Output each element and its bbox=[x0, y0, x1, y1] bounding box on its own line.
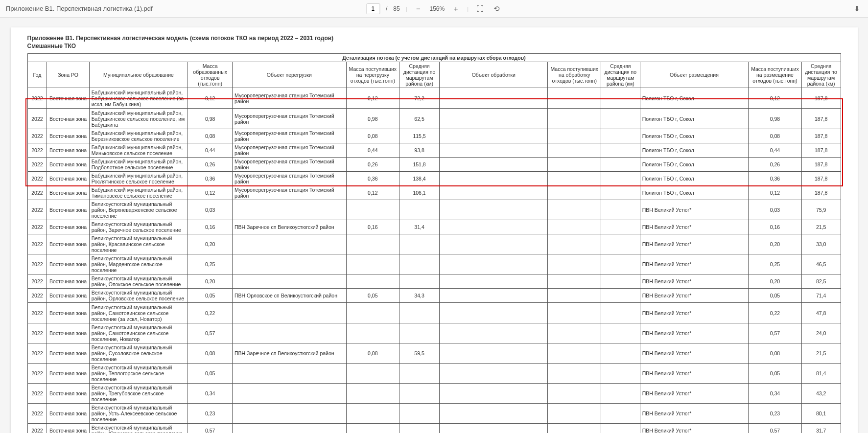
page-separator: / bbox=[386, 5, 387, 12]
table-cell bbox=[233, 200, 347, 220]
page-total: 85 bbox=[393, 5, 399, 12]
table-cell bbox=[440, 88, 548, 109]
table-cell: Восточная зона bbox=[47, 88, 89, 109]
table-cell: 2022 bbox=[27, 186, 47, 200]
table-cell: ПВН Великий Устюг* bbox=[640, 289, 748, 303]
table-cell: 0,26 bbox=[346, 158, 399, 172]
table-cell: Бабушкинский муниципальный район, Тимано… bbox=[89, 186, 188, 200]
table-cell: 0,03 bbox=[749, 200, 802, 220]
page-viewport[interactable]: Приложение В1. Перспективная логистическ… bbox=[0, 18, 868, 433]
table-cell: Великоустюгский муниципальный район, Вер… bbox=[89, 200, 188, 220]
zoom-out-button[interactable]: − bbox=[413, 3, 424, 14]
table-cell: Бабушкинский муниципальный район, Березн… bbox=[89, 129, 188, 143]
table-cell: 75,9 bbox=[801, 200, 841, 220]
col-dist-place: Средняя дистанция по маршрутам района (к… bbox=[801, 62, 841, 88]
table-cell: Великоустюгский муниципальный район, Тре… bbox=[89, 384, 188, 404]
table-row: 2022Восточная зонаВеликоустюгский муници… bbox=[27, 384, 841, 404]
table-cell bbox=[601, 274, 640, 289]
table-row: 2022Восточная зонаВеликоустюгский муници… bbox=[27, 254, 841, 274]
table-cell bbox=[440, 158, 548, 172]
zoom-value: 156% bbox=[430, 5, 445, 12]
download-button[interactable]: ⬇ bbox=[851, 3, 862, 14]
table-cell: 59,5 bbox=[399, 343, 440, 364]
file-title: Приложение В1. Перспективная логистика (… bbox=[6, 5, 153, 12]
table-cell: Мусороперегрузочная станция Тотемский ра… bbox=[233, 143, 347, 158]
table-cell: 0,98 bbox=[188, 109, 233, 129]
table-cell: Великоустюгский муниципальный район, Сус… bbox=[89, 343, 188, 364]
col-obj-place: Объект размещения bbox=[640, 62, 748, 88]
table-cell bbox=[601, 323, 640, 343]
table-cell: Полигон ТБО г, Сокол bbox=[640, 143, 748, 158]
table-cell bbox=[440, 343, 548, 364]
table-cell: 43,2 bbox=[801, 384, 841, 404]
fit-page-icon: ⛶ bbox=[476, 4, 484, 13]
table-cell: Полигон ТБО г, Сокол bbox=[640, 186, 748, 200]
table-row: 2022Восточная зонаВеликоустюгский муници… bbox=[27, 424, 841, 433]
table-cell bbox=[399, 404, 440, 424]
table-cell: 0,57 bbox=[749, 424, 802, 433]
table-cell: 0,12 bbox=[188, 186, 233, 200]
table-cell bbox=[601, 424, 640, 433]
table-cell: 187,8 bbox=[801, 129, 841, 143]
doc-subtitle: Смешанные ТКО bbox=[11, 42, 858, 53]
table-cell: Восточная зона bbox=[47, 274, 89, 289]
table-cell: 2022 bbox=[27, 88, 47, 109]
rotate-icon: ⟲ bbox=[493, 4, 500, 13]
table-cell: Великоустюгский муниципальный район, Опо… bbox=[89, 274, 188, 289]
table-cell: 0,26 bbox=[749, 158, 802, 172]
table-cell: Бабушкинский муниципальный район, Бабушк… bbox=[89, 88, 188, 109]
table-cell bbox=[548, 186, 601, 200]
table-cell: Восточная зона bbox=[47, 254, 89, 274]
table-cell: Мусороперегрузочная станция Тотемский ра… bbox=[233, 172, 347, 186]
table-cell bbox=[399, 364, 440, 384]
table-cell bbox=[601, 384, 640, 404]
table-cell: 0,57 bbox=[749, 323, 802, 343]
col-dist-proc: Средняя дистанция по маршрутам района (к… bbox=[601, 62, 640, 88]
table-cell bbox=[440, 384, 548, 404]
table-cell: 0,25 bbox=[749, 254, 802, 274]
table-cell: 0,08 bbox=[346, 343, 399, 364]
table-cell: 2022 bbox=[27, 404, 47, 424]
table-cell bbox=[601, 158, 640, 172]
table-cell: 0,44 bbox=[188, 143, 233, 158]
table-row: 2022Восточная зонаВеликоустюгский муници… bbox=[27, 234, 841, 254]
table-cell: 0,98 bbox=[346, 109, 399, 129]
table-cell bbox=[601, 220, 640, 234]
table-cell: 0,16 bbox=[188, 220, 233, 234]
table-cell: 81,4 bbox=[801, 364, 841, 384]
page-number-input[interactable] bbox=[366, 3, 380, 14]
table-cell: ПВН Великий Устюг* bbox=[640, 384, 748, 404]
table-cell bbox=[233, 274, 347, 289]
table-row: 2022Восточная зонаБабушкинский муниципал… bbox=[27, 172, 841, 186]
table-cell: 34,3 bbox=[399, 289, 440, 303]
table-cell: 0,57 bbox=[188, 323, 233, 343]
table-cell: 2022 bbox=[27, 364, 47, 384]
table-cell: 0,12 bbox=[749, 88, 802, 109]
fit-page-button[interactable]: ⛶ bbox=[474, 3, 485, 14]
table-cell: 62,5 bbox=[399, 109, 440, 129]
table-cell: 0,23 bbox=[749, 404, 802, 424]
table-row: 2022Восточная зонаВеликоустюгский муници… bbox=[27, 200, 841, 220]
table-cell bbox=[399, 303, 440, 323]
table-row: 2022Восточная зонаБабушкинский муниципал… bbox=[27, 129, 841, 143]
table-cell bbox=[548, 220, 601, 234]
table-cell bbox=[548, 109, 601, 129]
toolbar-right: ⬇ bbox=[851, 3, 862, 14]
zoom-in-button[interactable]: + bbox=[450, 3, 461, 14]
table-row: 2022Восточная зонаБабушкинский муниципал… bbox=[27, 88, 841, 109]
table-cell: 0,34 bbox=[188, 384, 233, 404]
table-cell bbox=[548, 323, 601, 343]
table-cell: Бабушкинский муниципальный район, Подбол… bbox=[89, 158, 188, 172]
table-cell bbox=[548, 404, 601, 424]
col-dist-transfer: Средняя дистанция по маршрутам района (к… bbox=[399, 62, 440, 88]
table-cell: ПВН Великий Устюг* bbox=[640, 274, 748, 289]
logistics-table: Детализация потока (с учетом дистанций н… bbox=[27, 53, 841, 433]
table-cell: Восточная зона bbox=[47, 303, 89, 323]
table-cell: 2022 bbox=[27, 234, 47, 254]
table-cell bbox=[346, 424, 399, 433]
table-cell: ПВН Великий Устюг* bbox=[640, 404, 748, 424]
rotate-button[interactable]: ⟲ bbox=[491, 3, 502, 14]
table-cell bbox=[399, 254, 440, 274]
table-cell: Мусороперегрузочная станция Тотемский ра… bbox=[233, 109, 347, 129]
table-cell: ПВН Великий Устюг* bbox=[640, 254, 748, 274]
